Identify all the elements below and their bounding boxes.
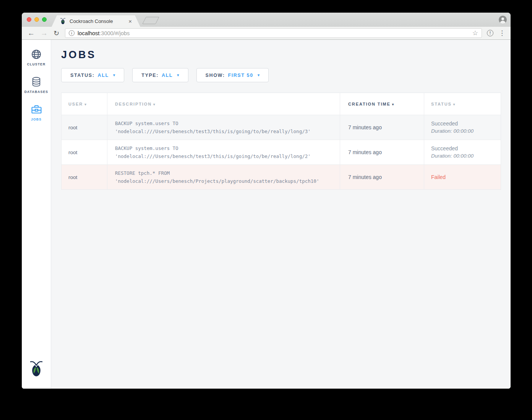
user-cell: root xyxy=(62,140,107,165)
status-duration: Duration: 00:00:00 xyxy=(431,152,500,160)
filter-value: ALL xyxy=(98,73,109,78)
description-cell: BACKUP system.users TO 'nodelocal:///Use… xyxy=(107,140,340,165)
window-minimize-button[interactable] xyxy=(34,17,39,22)
status-text: Failed xyxy=(431,173,500,181)
filter-value: FIRST 50 xyxy=(228,73,253,78)
user-cell: root xyxy=(62,165,107,190)
window-controls xyxy=(27,17,47,22)
cockroachdb-logo-icon xyxy=(29,360,44,379)
globe-icon xyxy=(31,48,42,60)
forward-button: → xyxy=(41,29,48,37)
briefcase-icon xyxy=(31,103,42,115)
job-statement: RESTORE tpch.* FROM xyxy=(115,169,334,177)
column-header-user[interactable]: USER▾ xyxy=(62,93,107,115)
table-row: root BACKUP system.users TO 'nodelocal:/… xyxy=(62,140,501,165)
jobs-table: USER▾ DESCRIPTION▾ CREATION TIME▾ STATUS… xyxy=(61,93,501,190)
sort-caret-icon: ▾ xyxy=(153,103,156,106)
browser-window: Cockroach Console × ← → ↻ i localhost :3… xyxy=(22,13,511,389)
column-label: STATUS xyxy=(431,102,452,106)
browser-tab-bar: Cockroach Console × xyxy=(22,13,511,27)
window-zoom-button[interactable] xyxy=(42,17,47,22)
address-bar[interactable]: i localhost :3000/#/jobs ☆ xyxy=(65,28,482,38)
tab-title: Cockroach Console xyxy=(70,18,125,24)
bookmark-star-icon[interactable]: ☆ xyxy=(472,30,478,36)
sidebar-item-databases[interactable]: DATABASES xyxy=(22,72,51,99)
sidebar-item-label: JOBS xyxy=(31,117,42,121)
column-header-creation-time[interactable]: CREATION TIME▾ xyxy=(340,93,424,115)
table-row: root BACKUP system.users TO 'nodelocal:/… xyxy=(62,115,501,140)
table-header-row: USER▾ DESCRIPTION▾ CREATION TIME▾ STATUS… xyxy=(62,93,501,115)
sidebar-item-label: DATABASES xyxy=(24,90,48,94)
sidebar-item-jobs[interactable]: JOBS xyxy=(22,99,51,127)
filter-value: ALL xyxy=(162,73,173,78)
creation-time-cell: 7 minutes ago xyxy=(340,165,424,190)
sidebar: CLUSTER DATABASES xyxy=(22,40,51,389)
chevron-down-icon: ▾ xyxy=(177,73,179,78)
user-cell: root xyxy=(62,115,107,140)
filter-label: TYPE: xyxy=(141,73,159,78)
reload-button[interactable]: ↻ xyxy=(54,30,59,37)
column-label: CREATION TIME xyxy=(348,102,391,106)
sort-caret-icon: ▾ xyxy=(392,103,394,106)
browser-toolbar: ← → ↻ i localhost :3000/#/jobs ☆ ! ⋮ xyxy=(22,27,511,40)
url-path: :3000/#/jobs xyxy=(99,30,130,36)
browser-menu-icon[interactable]: ⋮ xyxy=(499,30,505,36)
show-filter-dropdown[interactable]: SHOW: FIRST 50 ▾ xyxy=(196,68,269,82)
column-label: USER xyxy=(68,102,83,106)
type-filter-dropdown[interactable]: TYPE: ALL ▾ xyxy=(132,68,188,82)
job-statement: BACKUP system.users TO xyxy=(115,119,334,127)
status-filter-dropdown[interactable]: STATUS: ALL ▾ xyxy=(61,68,124,82)
sidebar-item-cluster[interactable]: CLUSTER xyxy=(22,44,51,72)
filter-label: STATUS: xyxy=(70,73,95,78)
site-info-icon[interactable]: i xyxy=(69,30,75,36)
chevron-down-icon: ▾ xyxy=(113,73,115,78)
column-header-description[interactable]: DESCRIPTION▾ xyxy=(107,93,340,115)
status-text: Succeeded xyxy=(431,120,500,127)
status-text: Succeeded xyxy=(431,145,500,152)
url-host: localhost xyxy=(78,30,99,36)
back-button[interactable]: ← xyxy=(28,29,35,37)
close-tab-icon[interactable]: × xyxy=(128,18,132,24)
status-cell: Failed xyxy=(424,165,501,190)
browser-tab[interactable]: Cockroach Console × xyxy=(52,15,140,27)
job-target: 'nodelocal:///Users/benesch/test3/this/i… xyxy=(115,127,334,135)
jobs-page: JOBS STATUS: ALL ▾ TYPE: ALL ▾ SHOW: FIR… xyxy=(51,40,511,389)
database-icon xyxy=(31,76,42,88)
job-statement: BACKUP system.users TO xyxy=(115,144,334,152)
cockroach-favicon-icon xyxy=(60,18,66,24)
filter-label: SHOW: xyxy=(206,73,225,78)
table-row: root RESTORE tpch.* FROM 'nodelocal:///U… xyxy=(62,165,501,190)
extension-icon[interactable]: ! xyxy=(487,30,493,36)
filter-bar: STATUS: ALL ▾ TYPE: ALL ▾ SHOW: FIRST 50… xyxy=(61,68,511,82)
column-label: DESCRIPTION xyxy=(115,102,152,106)
window-close-button[interactable] xyxy=(27,17,31,22)
page-title: JOBS xyxy=(61,49,511,61)
description-cell: BACKUP system.users TO 'nodelocal:///Use… xyxy=(107,115,340,140)
sidebar-nav: CLUSTER DATABASES xyxy=(22,40,51,127)
profile-avatar-icon[interactable] xyxy=(499,16,507,24)
sort-caret-icon: ▾ xyxy=(84,103,87,106)
admin-ui-page: CLUSTER DATABASES xyxy=(22,40,511,389)
new-tab-button[interactable] xyxy=(142,17,159,24)
column-header-status[interactable]: STATUS▾ xyxy=(424,93,501,115)
status-duration: Duration: 00:00:00 xyxy=(431,127,500,135)
chevron-down-icon: ▾ xyxy=(258,73,260,78)
job-target: 'nodelocal:///Users/benesch/Projects/pla… xyxy=(115,177,334,185)
description-cell: RESTORE tpch.* FROM 'nodelocal:///Users/… xyxy=(107,165,340,190)
status-cell: Succeeded Duration: 00:00:00 xyxy=(424,140,501,165)
sidebar-item-label: CLUSTER xyxy=(27,62,46,66)
creation-time-cell: 7 minutes ago xyxy=(340,140,424,165)
sort-caret-icon: ▾ xyxy=(453,103,456,106)
status-cell: Succeeded Duration: 00:00:00 xyxy=(424,115,501,140)
creation-time-cell: 7 minutes ago xyxy=(340,115,424,140)
job-target: 'nodelocal:///Users/benesch/test3/this/i… xyxy=(115,152,334,160)
